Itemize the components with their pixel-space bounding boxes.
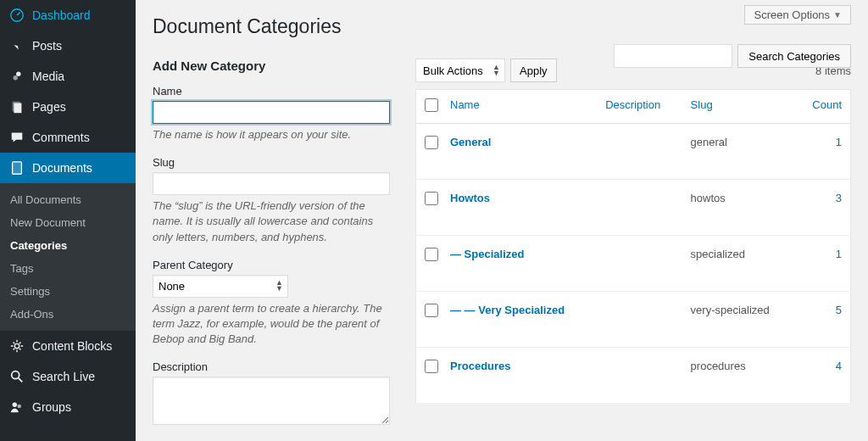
row-checkbox[interactable] xyxy=(425,192,438,205)
slug-description: The “slug” is the URL-friendly version o… xyxy=(153,198,390,245)
menu-label: Comments xyxy=(32,131,90,144)
menu-dashboard[interactable]: Dashboard xyxy=(0,0,136,31)
table-row: Howtoshowtos3 xyxy=(416,180,851,236)
category-name-link[interactable]: Howtos xyxy=(450,192,490,204)
caret-down-icon: ▼ xyxy=(833,10,842,20)
svg-point-1 xyxy=(16,72,20,76)
description-textarea[interactable] xyxy=(153,377,390,425)
svg-point-7 xyxy=(12,371,19,379)
category-slug: howtos xyxy=(682,180,796,236)
category-count-link[interactable]: 3 xyxy=(836,192,842,204)
menu-search-live[interactable]: Search Live xyxy=(0,361,136,392)
svg-point-9 xyxy=(17,405,21,409)
slug-label: Slug xyxy=(153,156,390,169)
description-label: Description xyxy=(153,360,390,373)
submenu-all-documents[interactable]: All Documents xyxy=(0,188,136,211)
row-checkbox[interactable] xyxy=(425,248,438,261)
menu-content-blocks[interactable]: Content Blocks xyxy=(0,331,136,361)
document-icon xyxy=(8,159,25,176)
category-count-link[interactable]: 5 xyxy=(836,304,842,316)
category-count-link[interactable]: 1 xyxy=(836,136,842,148)
screen-options-label: Screen Options xyxy=(754,8,830,21)
table-row: — Specializedspecialized1 xyxy=(416,236,851,292)
menu-label: Dashboard xyxy=(32,8,91,22)
parent-description: Assign a parent term to create a hierarc… xyxy=(153,301,390,348)
menu-posts[interactable]: Posts xyxy=(0,31,136,61)
category-name-link[interactable]: — Specialized xyxy=(450,248,524,260)
bulk-actions-select[interactable]: Bulk Actions xyxy=(415,59,505,82)
menu-label: Documents xyxy=(32,161,92,175)
col-count[interactable]: Count xyxy=(812,98,842,111)
name-description: The name is how it appears on your site. xyxy=(153,127,390,142)
category-count-link[interactable]: 4 xyxy=(836,360,842,372)
gear-icon xyxy=(8,338,25,354)
category-slug: general xyxy=(682,124,796,180)
col-name[interactable]: Name xyxy=(450,98,480,111)
add-category-form: Add New Category Name The name is how it… xyxy=(153,59,390,441)
svg-point-6 xyxy=(14,343,19,348)
menu-label: Search Live xyxy=(32,370,95,383)
category-description xyxy=(597,348,682,404)
menu-label: Posts xyxy=(32,39,62,53)
category-slug: very-specialized xyxy=(682,292,796,348)
category-description xyxy=(597,236,682,292)
category-description xyxy=(597,180,682,236)
parent-label: Parent Category xyxy=(153,259,390,271)
table-row: Generalgeneral1 xyxy=(416,124,851,180)
search-box: Search Categories xyxy=(614,44,851,68)
submenu-add-ons[interactable]: Add-Ons xyxy=(0,303,136,326)
col-description[interactable]: Description xyxy=(605,98,660,111)
name-input[interactable] xyxy=(153,101,390,124)
menu-pages[interactable]: Pages xyxy=(0,92,136,122)
slug-input[interactable] xyxy=(153,172,390,195)
category-slug: specialized xyxy=(682,236,796,292)
category-count-link[interactable]: 1 xyxy=(836,248,842,260)
apply-button[interactable]: Apply xyxy=(510,59,557,82)
comment-icon xyxy=(8,129,25,146)
svg-rect-3 xyxy=(14,103,21,114)
menu-label: Content Blocks xyxy=(32,339,112,353)
table-row: — — Very Specializedvery-specialized5 xyxy=(416,292,851,348)
main-content: Screen Options ▼ Document Categories Sea… xyxy=(136,0,868,441)
menu-label: Media xyxy=(32,70,64,83)
row-checkbox[interactable] xyxy=(425,360,438,373)
submenu-settings[interactable]: Settings xyxy=(0,280,136,303)
submenu-tags[interactable]: Tags xyxy=(0,257,136,280)
category-name-link[interactable]: — — Very Specialized xyxy=(450,304,565,316)
name-label: Name xyxy=(153,85,390,98)
form-heading: Add New Category xyxy=(153,59,390,73)
category-slug: procedures xyxy=(682,348,796,404)
menu-comments[interactable]: Comments xyxy=(0,122,136,153)
submenu-categories[interactable]: Categories xyxy=(0,234,136,257)
row-checkbox[interactable] xyxy=(425,304,438,317)
submenu-new-document[interactable]: New Document xyxy=(0,211,136,234)
menu-label: Pages xyxy=(32,100,66,114)
groups-icon xyxy=(8,399,25,416)
screen-options-toggle[interactable]: Screen Options ▼ xyxy=(744,5,851,25)
category-name-link[interactable]: General xyxy=(450,136,491,148)
row-checkbox[interactable] xyxy=(425,136,438,149)
select-all-checkbox[interactable] xyxy=(425,98,438,112)
admin-sidebar: DashboardPostsMediaPagesComments Documen… xyxy=(0,0,136,441)
category-description xyxy=(597,124,682,180)
category-list: Bulk Actions ▲▼ Apply 8 items Name Descr… xyxy=(415,59,851,441)
parent-select[interactable]: None xyxy=(153,275,288,298)
search-icon xyxy=(8,368,25,385)
dashboard-icon xyxy=(8,7,25,24)
pin-icon xyxy=(8,37,25,54)
table-row: Proceduresprocedures4 xyxy=(416,348,851,404)
menu-groups[interactable]: Groups xyxy=(0,392,136,422)
search-button[interactable]: Search Categories xyxy=(737,44,851,68)
pages-icon xyxy=(8,98,25,115)
categories-table: Name Description Slug Count Generalgener… xyxy=(415,89,851,404)
category-description xyxy=(597,292,682,348)
svg-point-8 xyxy=(13,403,17,407)
svg-rect-4 xyxy=(13,162,22,174)
search-input[interactable] xyxy=(614,44,732,68)
col-slug[interactable]: Slug xyxy=(691,98,713,111)
media-icon xyxy=(8,68,25,85)
category-name-link[interactable]: Procedures xyxy=(450,360,511,372)
menu-documents[interactable]: Documents xyxy=(0,153,136,183)
menu-media[interactable]: Media xyxy=(0,61,136,92)
menu-label: Groups xyxy=(32,400,71,414)
